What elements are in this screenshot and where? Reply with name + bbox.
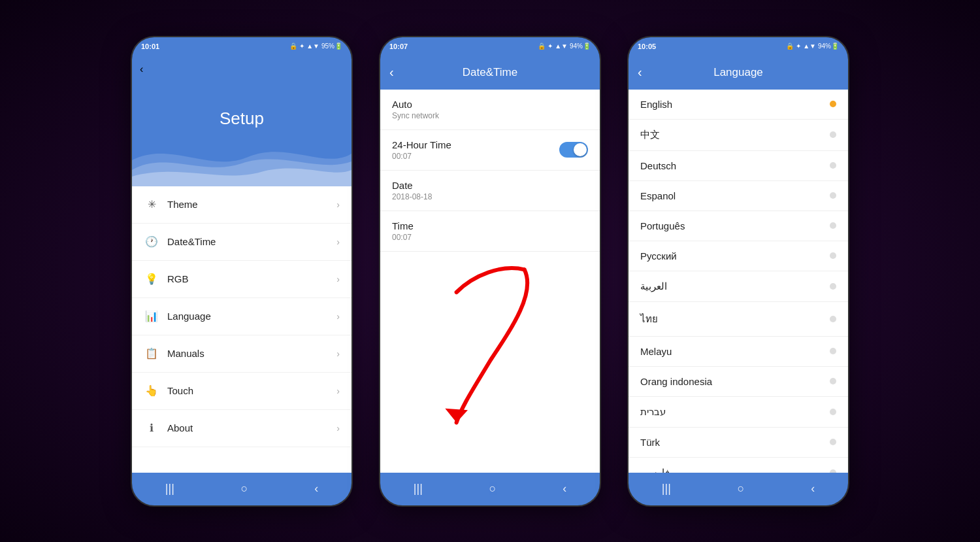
lang-malay[interactable]: Melayu [629, 337, 848, 367]
nav-back-icon-2[interactable]: ‹ [563, 482, 566, 496]
lang-name-farsi: فارسی [640, 467, 670, 473]
theme-label: Theme [167, 199, 336, 210]
lang-name-russian: Русский [640, 250, 677, 262]
lang-name-indonesian: Orang indonesia [640, 376, 712, 387]
lang-portugues[interactable]: Português [629, 211, 848, 241]
toggle-knob [574, 143, 587, 156]
lang-name-arabic: العربية [640, 280, 667, 292]
lang-name-portugues: Português [640, 220, 685, 231]
time-sub: 00:07 [392, 233, 588, 242]
rgb-arrow: › [336, 274, 340, 284]
header-title-2: Date&Time [463, 66, 517, 79]
about-label: About [167, 422, 336, 433]
lang-name-thai: ไทย [640, 311, 658, 327]
wave-decoration [132, 134, 351, 186]
touch-label: Touch [167, 385, 336, 396]
status-time-1: 10:01 [141, 42, 159, 50]
lang-chinese[interactable]: 中文 [629, 120, 848, 151]
status-icons-1: 🔒 ✦ ▲▼ 95%🔋 [289, 42, 342, 50]
annotation-area [380, 252, 600, 435]
auto-item[interactable]: Auto Sync network [380, 90, 600, 130]
about-icon: ℹ [144, 420, 159, 436]
setup-menu: ✳ Theme › 🕐 Date&Time › 💡 RGB › 📊 Langua… [132, 186, 351, 473]
24hour-toggle[interactable] [559, 142, 588, 158]
language-arrow: › [336, 311, 340, 322]
time-item[interactable]: Time 00:07 [380, 211, 600, 252]
menu-item-language[interactable]: 📊 Language › [132, 298, 351, 335]
datetime-arrow: › [336, 237, 340, 247]
lang-dot-turkish [830, 439, 836, 445]
touch-icon: 👆 [144, 383, 159, 399]
lang-thai[interactable]: ไทย [629, 302, 848, 337]
24hour-item[interactable]: 24-Hour Time 00:07 [380, 130, 600, 171]
manuals-icon: 📋 [144, 346, 159, 362]
date-sub: 2018-08-18 [392, 192, 588, 201]
lang-russian[interactable]: Русский [629, 241, 848, 271]
lang-dot-russian [830, 252, 836, 259]
back-button-2[interactable]: ‹ [389, 65, 394, 80]
time-label: Time [392, 220, 588, 231]
status-time-3: 10:05 [638, 42, 656, 50]
lang-name-turkish: Türk [640, 437, 660, 448]
lang-espanol[interactable]: Espanol [629, 181, 848, 211]
touch-arrow: › [336, 386, 340, 396]
menu-item-datetime[interactable]: 🕐 Date&Time › [132, 224, 351, 261]
lang-dot-deutsch [830, 162, 836, 169]
lang-english[interactable]: English [629, 90, 848, 120]
nav-home-icon-1[interactable]: ○ [241, 482, 248, 496]
lang-name-deutsch: Deutsch [640, 160, 676, 171]
nav-menu-icon-1[interactable]: ||| [165, 482, 174, 496]
date-label: Date [392, 180, 588, 191]
phone2: 10:07 🔒 ✦ ▲▼ 94%🔋 ‹ Date&Time Auto Sync … [379, 36, 601, 507]
lang-dot-indonesian [830, 378, 836, 384]
lang-dot-hebrew [830, 409, 836, 415]
nav-back-icon-3[interactable]: ‹ [811, 482, 815, 496]
nav-home-icon-2[interactable]: ○ [489, 482, 497, 496]
lang-name-english: English [640, 99, 672, 110]
nav-menu-icon-3[interactable]: ||| [662, 482, 671, 496]
status-bar-3: 10:05 🔒 ✦ ▲▼ 94%🔋 [629, 37, 848, 56]
datetime-label: Date&Time [167, 236, 336, 247]
menu-item-touch[interactable]: 👆 Touch › [132, 373, 351, 410]
lang-arabic[interactable]: العربية [629, 271, 848, 302]
lang-name-hebrew: עברית [640, 406, 666, 418]
menu-item-theme[interactable]: ✳ Theme › [132, 186, 351, 224]
status-bar-2: 10:07 🔒 ✦ ▲▼ 94%🔋 [380, 37, 600, 56]
lang-name-chinese: 中文 [640, 129, 660, 141]
menu-item-about[interactable]: ℹ About › [132, 410, 351, 447]
lang-dot-arabic [830, 283, 836, 290]
lang-turkish[interactable]: Türk [629, 428, 848, 458]
menu-item-rgb[interactable]: 💡 RGB › [132, 261, 351, 298]
nav-menu-icon-2[interactable]: ||| [414, 482, 423, 496]
setup-header: ‹ Setup [132, 56, 351, 186]
status-icons-3: 🔒 ✦ ▲▼ 94%🔋 [786, 42, 839, 50]
lang-dot-english [830, 101, 836, 107]
rgb-label: RGB [167, 273, 336, 284]
manuals-label: Manuals [167, 348, 336, 359]
theme-icon: ✳ [144, 197, 159, 212]
lang-hebrew[interactable]: עברית [629, 397, 848, 428]
back-button-3[interactable]: ‹ [638, 65, 642, 80]
nav-home-icon-3[interactable]: ○ [738, 482, 745, 496]
auto-sub: Sync network [392, 111, 588, 120]
header-bar-3: ‹ Language [629, 56, 848, 90]
language-list: English 中文 Deutsch Espanol Português Рус… [629, 90, 848, 473]
nav-bar-2: ||| ○ ‹ [380, 473, 600, 505]
lang-dot-portugues [830, 222, 836, 229]
rgb-icon: 💡 [144, 271, 159, 287]
back-button-1[interactable]: ‹ [140, 63, 143, 75]
lang-dot-malay [830, 348, 836, 354]
lang-deutsch[interactable]: Deutsch [629, 151, 848, 181]
setup-title: Setup [220, 109, 264, 129]
language-label: Language [167, 311, 336, 322]
lang-indonesian[interactable]: Orang indonesia [629, 367, 848, 397]
date-item[interactable]: Date 2018-08-18 [380, 171, 600, 211]
menu-item-manuals[interactable]: 📋 Manuals › [132, 335, 351, 373]
language-icon: 📊 [144, 309, 159, 324]
lang-farsi[interactable]: فارسی [629, 458, 848, 473]
status-time-2: 10:07 [389, 42, 408, 50]
datetime-icon: 🕐 [144, 234, 159, 250]
lang-dot-thai [830, 316, 836, 322]
lang-dot-chinese [830, 131, 836, 138]
nav-back-icon-1[interactable]: ‹ [314, 482, 318, 496]
